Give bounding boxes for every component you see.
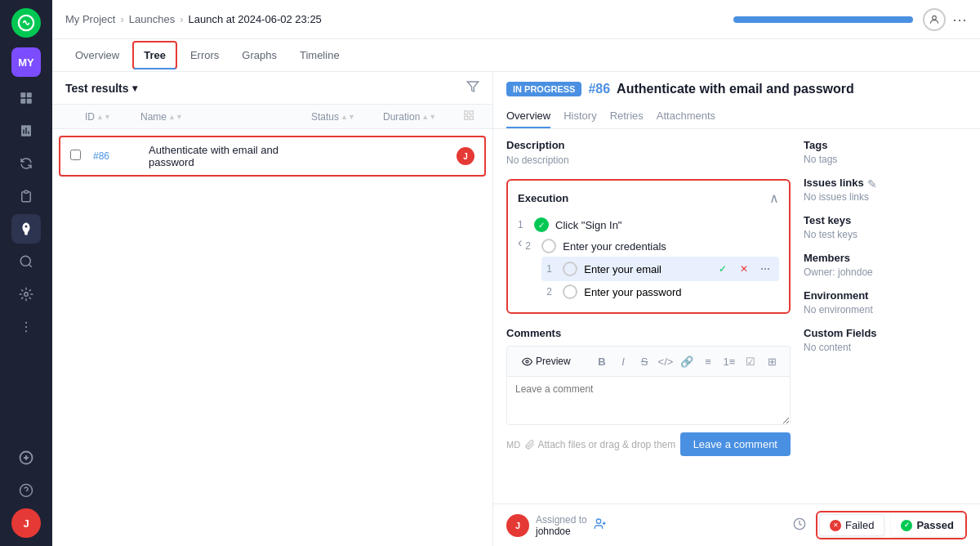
row-checkbox[interactable]: [70, 150, 87, 163]
breadcrumb-launches[interactable]: Launches: [129, 13, 175, 25]
row-name: Authenticate with email and password: [149, 144, 298, 168]
comment-link-btn[interactable]: 🔗: [677, 351, 697, 371]
description-label: Description: [506, 139, 791, 151]
issues-links-title: Issues links: [804, 177, 864, 189]
sidebar-item-dashboard[interactable]: [11, 83, 41, 113]
execution-box: Execution ∧ 1 Click "Sign In" ‹: [506, 179, 791, 314]
passed-button[interactable]: Passed: [891, 514, 964, 536]
sidebar-item-clipboard[interactable]: [11, 181, 41, 211]
right-panel-header: IN PROGRESS #86 Authenticate with email …: [493, 72, 980, 129]
sidebar-bottom: J: [11, 443, 41, 538]
exec-sub-step-1: 1 Enter your email ✓ ✕ ⋯: [541, 257, 779, 281]
sort-arrow-duration: ▲▼: [421, 113, 436, 121]
sort-arrow-status: ▲▼: [341, 113, 355, 121]
th-status[interactable]: Status ▲▼: [311, 111, 376, 123]
right-tab-attachments[interactable]: Attachments: [657, 105, 715, 128]
test-results-label[interactable]: Test results ▾: [65, 82, 137, 95]
comment-strike-btn[interactable]: S: [635, 351, 654, 371]
header-user-icon[interactable]: [923, 8, 946, 31]
svg-point-6: [24, 293, 29, 297]
th-name[interactable]: Name ▲▼: [140, 111, 305, 123]
app-logo[interactable]: [11, 8, 41, 38]
sidebar-item-reports[interactable]: [11, 116, 41, 145]
comment-preview-tab[interactable]: Preview: [515, 353, 577, 369]
header-more-button[interactable]: ⋯: [952, 11, 967, 29]
markdown-icon: MD: [506, 440, 520, 450]
right-tabs: Overview History Retries Attachments: [506, 105, 967, 128]
comment-list-ordered-btn[interactable]: 1≡: [719, 351, 739, 371]
issue-number: #86: [588, 82, 610, 96]
comment-textarea[interactable]: [506, 376, 791, 425]
th-id[interactable]: ID ▲▼: [85, 111, 134, 123]
comment-checklist-btn[interactable]: ☑: [741, 351, 760, 371]
breadcrumb-sep-2: ›: [180, 13, 183, 25]
comment-table-btn[interactable]: ⊞: [762, 351, 782, 371]
custom-fields-value: No content: [804, 342, 967, 353]
members-owner: Owner: johndoe: [804, 266, 967, 278]
svg-point-12: [933, 16, 937, 20]
tab-tree[interactable]: Tree: [132, 41, 177, 69]
th-actions: [463, 110, 483, 123]
th-duration[interactable]: Duration ▲▼: [383, 111, 457, 123]
comment-bold-btn[interactable]: B: [592, 351, 612, 371]
table-header: ID ▲▼ Name ▲▼ Status ▲▼ Duration ▲▼: [52, 105, 492, 129]
custom-fields-section: Custom Fields No content: [804, 327, 967, 353]
breadcrumb: My Project › Launches › Launch at 2024-0…: [65, 13, 322, 25]
test-keys-section: Test keys No test keys: [804, 214, 967, 240]
comment-submit-button[interactable]: Leave a comment: [680, 432, 791, 456]
svg-rect-3: [20, 99, 25, 104]
step-1-check-icon: [534, 217, 549, 232]
right-tab-retries[interactable]: Retries: [610, 105, 644, 128]
svg-point-8: [25, 326, 27, 328]
comment-list-unordered-btn[interactable]: ≡: [698, 351, 718, 371]
issues-links-edit-icon[interactable]: ✎: [867, 177, 877, 190]
failed-button[interactable]: Failed: [819, 514, 884, 536]
row-checkbox-input[interactable]: [70, 150, 81, 160]
bottom-avatar: J: [506, 514, 529, 537]
exec-step-2-text: Enter your credentials: [563, 240, 666, 253]
exec-step-1-text: Click "Sign In": [555, 219, 621, 231]
tab-timeline[interactable]: Timeline: [290, 43, 350, 68]
sidebar-item-rocket[interactable]: [11, 214, 41, 244]
left-panel-header: Test results ▾: [52, 72, 492, 105]
execution-title: Execution: [518, 192, 568, 204]
sub-step-1-more-btn[interactable]: ⋯: [756, 260, 774, 278]
svg-rect-14: [470, 111, 473, 114]
sub-step-1-check-btn[interactable]: ✓: [714, 260, 732, 278]
execution-collapse-button[interactable]: ∧: [769, 190, 779, 206]
tab-errors[interactable]: Errors: [180, 43, 229, 68]
sidebar-add-button[interactable]: [11, 443, 41, 472]
bottom-assigned: Assigned to johndoe: [536, 514, 587, 537]
sidebar: MY J: [0, 0, 52, 546]
right-tab-overview[interactable]: Overview: [506, 105, 550, 128]
progress-bar: [733, 16, 913, 23]
passed-icon: [901, 520, 912, 531]
tab-overview[interactable]: Overview: [65, 43, 129, 68]
comment-code-btn[interactable]: </>: [656, 351, 675, 371]
add-member-icon[interactable]: [594, 517, 607, 533]
filter-icon[interactable]: [466, 80, 479, 96]
sidebar-item-settings[interactable]: [11, 280, 41, 309]
exec-step-2: 2 Enter your credentials: [525, 235, 779, 257]
exec-step-2-num: 2: [525, 240, 535, 252]
sort-arrow-name: ▲▼: [168, 113, 183, 121]
breadcrumb-project[interactable]: My Project: [65, 13, 115, 25]
svg-rect-2: [27, 92, 32, 97]
tags-value: No tags: [804, 154, 967, 165]
sub-step-1-close-btn[interactable]: ✕: [735, 260, 753, 278]
table-row[interactable]: #86 Authenticate with email and password…: [59, 136, 486, 177]
sidebar-item-refresh[interactable]: [11, 149, 41, 178]
sidebar-item-search[interactable]: [11, 247, 41, 276]
workspace-avatar[interactable]: MY: [11, 47, 41, 77]
tab-graphs[interactable]: Graphs: [232, 43, 287, 68]
environment-title: Environment: [804, 289, 967, 302]
sidebar-item-more[interactable]: [11, 312, 41, 342]
exec-substeps: 1 Enter your email ✓ ✕ ⋯: [541, 257, 779, 302]
issue-title: Authenticate with email and password: [617, 82, 854, 96]
comment-italic-btn[interactable]: I: [613, 351, 633, 371]
user-avatar[interactable]: J: [11, 508, 41, 538]
right-tab-history[interactable]: History: [564, 105, 596, 128]
custom-fields-title: Custom Fields: [804, 327, 967, 339]
sidebar-help-button[interactable]: [11, 476, 41, 505]
issues-links-value: No issues links: [804, 191, 967, 203]
